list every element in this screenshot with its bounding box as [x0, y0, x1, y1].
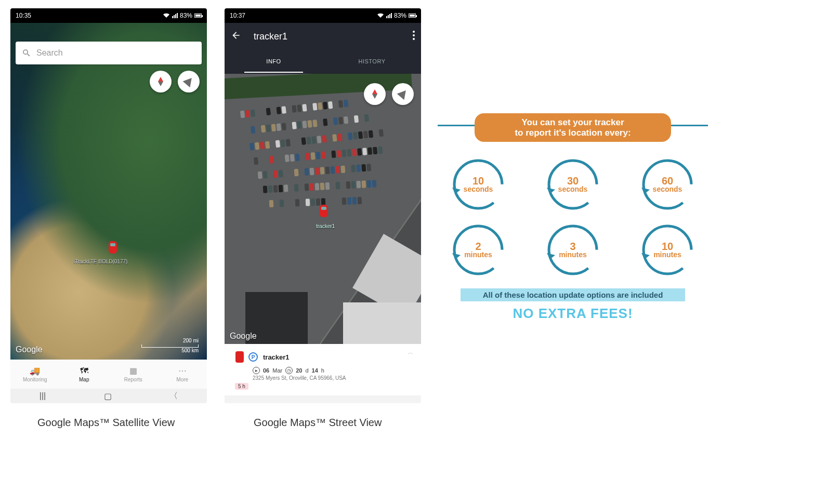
svg-point-3 [454, 161, 502, 208]
svg-marker-6 [547, 188, 555, 194]
svg-point-0 [413, 31, 415, 33]
svg-marker-4 [452, 188, 461, 194]
interval-infographic: You can set your tracker to report it's … [438, 113, 708, 322]
tab-map[interactable]: 🗺Map [60, 360, 109, 389]
chevron-up-icon: ︿ [408, 348, 414, 357]
tracker-avatar [232, 349, 247, 365]
back-button[interactable]: 〈 [169, 391, 178, 402]
svg-point-2 [413, 38, 415, 40]
satellite-map[interactable]: Search iTrackLTE BOLD(0177) Google 200 m… [10, 23, 207, 360]
no-extra-fees: NO EXTRA FEES! [438, 306, 708, 322]
search-icon [22, 48, 31, 58]
compass-button[interactable] [150, 71, 172, 92]
svg-point-9 [454, 226, 502, 274]
page-title: tracker1 [254, 31, 287, 42]
status-bar: 10:37 83% [225, 8, 421, 23]
google-logo: Google [16, 345, 43, 354]
svg-marker-14 [641, 253, 650, 259]
locate-button[interactable] [392, 83, 414, 105]
svg-marker-12 [547, 253, 555, 259]
clock-icon: ◷ [285, 367, 293, 374]
interval-option: 60seconds [640, 157, 694, 211]
phone-street-view: 10:37 83% tracker1 INFO HISTORY [225, 8, 421, 403]
svg-point-11 [549, 226, 597, 274]
compass-icon [156, 77, 165, 86]
play-icon: ▸ [253, 367, 260, 374]
status-time: 10:37 [230, 12, 245, 19]
svg-point-5 [549, 161, 597, 208]
phone-satellite-view: 10:35 83% Search iTrackLTE BOLD(0177) Go… [10, 8, 207, 403]
interval-option: 10minutes [640, 223, 694, 277]
home-button[interactable]: ▢ [104, 391, 112, 401]
car-icon [235, 351, 244, 363]
tracker-label: tracker1 [316, 223, 335, 229]
tab-history[interactable]: HISTORY [323, 50, 421, 73]
battery-icon [194, 14, 202, 18]
bottom-tabs: 🚚Monitoring 🗺Map ▦Reports ⋯More [10, 360, 207, 389]
interval-option: 3minutes [546, 223, 600, 277]
locate-icon [182, 75, 195, 88]
tab-more[interactable]: ⋯More [158, 360, 207, 389]
svg-marker-8 [641, 188, 650, 194]
locate-button[interactable] [178, 71, 200, 92]
tracker-header: tracker1 INFO HISTORY [225, 23, 421, 74]
subline-bar: All of these location update options are… [461, 288, 685, 301]
reports-icon: ▦ [129, 366, 137, 376]
parking-badge: P [248, 352, 258, 362]
tracker-info-card[interactable]: ︿ P tracker1 ▸ 06Mar ◷ 20d 14h 2325 Myer… [225, 344, 421, 395]
tracker-stats: ▸ 06Mar ◷ 20d 14h [253, 367, 414, 374]
battery-text: 83% [180, 12, 192, 19]
recent-button[interactable]: ||| [40, 391, 46, 401]
interval-option: 10seconds [451, 157, 505, 211]
tracker-marker[interactable] [107, 241, 119, 257]
back-arrow-button[interactable] [231, 30, 241, 43]
overflow-menu-button[interactable] [413, 31, 415, 42]
svg-point-1 [413, 34, 415, 36]
battery-icon [409, 14, 416, 18]
back-arrow-icon [231, 30, 241, 41]
svg-point-13 [644, 226, 691, 274]
tracker-address: 2325 Myers St, Oroville, CA 95966, USA [253, 375, 414, 381]
wifi-icon [163, 13, 170, 18]
wifi-icon [377, 13, 384, 18]
tab-reports[interactable]: ▦Reports [109, 360, 158, 389]
map-icon: 🗺 [80, 366, 88, 376]
truck-icon: 🚚 [30, 366, 40, 376]
search-placeholder: Search [36, 48, 63, 58]
tab-info[interactable]: INFO [225, 50, 323, 73]
duration-tag: 5 h [235, 383, 248, 390]
interval-option: 2minutes [451, 223, 505, 277]
locate-icon [396, 87, 409, 100]
compass-button[interactable] [364, 83, 386, 105]
compass-icon [370, 89, 379, 99]
caption-street: Google Maps™ Street View [254, 417, 382, 429]
headline-badge: You can set your tracker to report it's … [475, 113, 671, 142]
svg-point-7 [644, 161, 691, 208]
interval-option: 30seconds [546, 157, 600, 211]
tracker-name: tracker1 [263, 353, 290, 361]
svg-marker-10 [452, 253, 461, 259]
signal-icon [386, 13, 392, 18]
closeup-map[interactable]: tracker1 Google [225, 74, 421, 344]
tab-monitoring[interactable]: 🚚Monitoring [10, 360, 60, 389]
map-scale: 200 mi 500 km [141, 338, 199, 353]
android-navbar: ||| ▢ 〈 [10, 389, 207, 403]
tracker-label: iTrackLTE BOLD(0177) [74, 259, 127, 264]
more-icon: ⋯ [178, 366, 187, 376]
search-input[interactable]: Search [16, 42, 202, 64]
caption-satellite: Google Maps™ Satellite View [37, 417, 175, 429]
google-logo: Google [230, 331, 257, 341]
kebab-icon [413, 31, 415, 40]
signal-icon [172, 13, 178, 18]
battery-text: 83% [394, 12, 406, 19]
tracker-marker[interactable] [318, 205, 330, 220]
status-time: 10:35 [16, 12, 31, 19]
status-bar: 10:35 83% [10, 8, 207, 23]
